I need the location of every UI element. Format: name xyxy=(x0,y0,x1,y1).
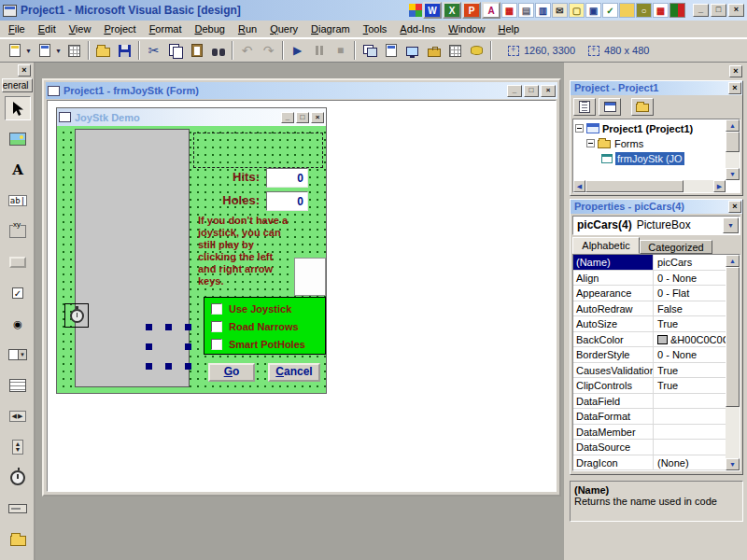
view-object-button[interactable] xyxy=(599,98,621,116)
tool-combobox[interactable] xyxy=(5,343,31,367)
start-icon[interactable]: ▶ xyxy=(287,40,308,61)
property-name[interactable]: Appearance xyxy=(573,286,654,301)
object-browser-icon[interactable] xyxy=(423,40,444,61)
property-name[interactable]: CausesValidation xyxy=(573,363,654,378)
road-narrows-checkbox-row[interactable]: Road Narrows xyxy=(211,320,299,333)
view-code-button[interactable] xyxy=(573,98,596,116)
joystk-form-titlebar[interactable]: JoyStk Demo _ □ × xyxy=(57,108,326,126)
designer-maximize-button[interactable]: □ xyxy=(524,85,539,97)
contacts-icon[interactable]: ▤ xyxy=(518,3,534,18)
property-name[interactable]: AutoRedraw xyxy=(573,301,654,316)
collapse-icon[interactable] xyxy=(586,139,595,147)
property-row[interactable]: AutoSize True xyxy=(573,316,740,332)
menu-window[interactable]: Window xyxy=(442,21,491,36)
tab-categorized[interactable]: Categorized xyxy=(640,240,712,254)
property-row[interactable]: Align 0 - None xyxy=(573,271,740,287)
folder-icon[interactable] xyxy=(619,3,635,18)
toggle-folders-button[interactable] xyxy=(631,98,654,116)
property-row[interactable]: Appearance 0 - Flat xyxy=(573,286,740,301)
dock-close-icon[interactable]: × xyxy=(729,65,742,77)
menu-debug[interactable]: Debug xyxy=(188,21,231,36)
undo-icon[interactable]: ↶ xyxy=(236,40,258,61)
selection-handle[interactable] xyxy=(185,324,191,330)
tool-vscrollbar[interactable]: ▲▼ xyxy=(5,435,31,459)
project-explorer-icon[interactable] xyxy=(359,40,380,61)
toolbox-close-icon[interactable]: × xyxy=(18,64,31,77)
menu-diagram[interactable]: Diagram xyxy=(304,21,357,36)
road-picturebox-control[interactable] xyxy=(75,129,190,387)
scroll-up-icon[interactable]: ▲ xyxy=(726,119,740,132)
menu-editor-icon[interactable] xyxy=(63,40,85,61)
joystk-form[interactable]: JoyStk Demo _ □ × xyxy=(56,107,327,394)
property-row[interactable]: DataSource xyxy=(573,440,740,455)
small-picturebox-control[interactable] xyxy=(294,258,326,296)
scroll-down-icon[interactable]: ▼ xyxy=(726,168,740,180)
add-form-icon[interactable] xyxy=(34,40,55,61)
access-icon[interactable]: A xyxy=(482,2,500,19)
go-button[interactable]: Go xyxy=(208,363,255,382)
properties-vertical-scrollbar[interactable]: ▲ ▼ xyxy=(726,255,740,470)
property-row[interactable]: DragIcon (None) xyxy=(573,455,740,471)
copy-icon[interactable] xyxy=(164,40,186,61)
find-icon[interactable] xyxy=(207,40,229,61)
property-row[interactable]: BackColor &H00C0C0C xyxy=(573,332,740,348)
tool-picturebox[interactable] xyxy=(5,127,31,151)
add-project-icon[interactable] xyxy=(4,40,25,61)
grid-icon[interactable]: ▦ xyxy=(653,3,669,18)
add-form-dropdown-icon[interactable]: ▼ xyxy=(55,48,63,54)
tool-label[interactable]: A xyxy=(5,158,31,182)
powerpoint-icon[interactable]: P xyxy=(462,2,481,19)
scrollbar-thumb[interactable] xyxy=(726,267,740,407)
properties-panel-close-icon[interactable]: × xyxy=(728,201,741,213)
redo-icon[interactable]: ↷ xyxy=(258,40,279,61)
property-name[interactable]: DataSource xyxy=(573,440,654,455)
designer-minimize-button[interactable]: _ xyxy=(507,85,522,97)
selection-handle[interactable] xyxy=(185,343,191,350)
designer-titlebar[interactable]: Project1 - frmJoyStk (Form) _ □ × xyxy=(46,82,557,99)
end-icon[interactable]: ■ xyxy=(330,40,351,61)
tool-hscrollbar[interactable]: ◀▶ xyxy=(5,404,31,428)
form-close-button[interactable]: × xyxy=(311,112,324,123)
menu-view[interactable]: View xyxy=(63,21,98,36)
word-icon[interactable]: W xyxy=(423,2,442,19)
add-project-dropdown-icon[interactable]: ▼ xyxy=(25,48,34,54)
menu-tools[interactable]: Tools xyxy=(357,21,394,36)
selection-handle[interactable] xyxy=(146,324,152,330)
tree-horizontal-scrollbar[interactable]: ◀ ▶ xyxy=(573,180,726,192)
toolbox-tab-general[interactable]: General xyxy=(2,78,33,92)
property-name[interactable]: AutoSize xyxy=(573,316,654,331)
collapse-icon[interactable] xyxy=(575,124,584,133)
property-name[interactable]: DataMember xyxy=(573,425,654,440)
use-joystick-checkbox-row[interactable]: Use Joystick xyxy=(211,302,291,315)
selection-handle[interactable] xyxy=(165,324,172,330)
scrollbar-thumb[interactable] xyxy=(726,132,740,152)
tree-item-frmjoystk[interactable]: frmJoyStk (JO xyxy=(601,151,684,165)
property-row[interactable]: DataMember xyxy=(573,425,740,441)
minimize-button[interactable]: _ xyxy=(693,4,709,17)
menu-run[interactable]: Run xyxy=(232,21,263,36)
property-row[interactable]: AutoRedraw False xyxy=(573,301,740,317)
properties-window-icon[interactable] xyxy=(380,40,402,61)
tool-pointer[interactable] xyxy=(5,96,31,120)
scroll-up-icon[interactable]: ▲ xyxy=(726,255,740,267)
project-panel-title[interactable]: Project - Project1 xyxy=(571,81,742,95)
tree-item-project1[interactable]: Project1 (Project1) xyxy=(575,121,693,135)
break-icon[interactable] xyxy=(308,40,330,61)
tool-textbox[interactable]: ab| xyxy=(5,189,31,213)
menu-format[interactable]: Format xyxy=(143,21,189,36)
form-maximize-button[interactable]: □ xyxy=(296,112,309,123)
tool-timer[interactable] xyxy=(5,466,31,490)
project-panel-close-icon[interactable]: × xyxy=(728,82,741,94)
property-name[interactable]: (Name) xyxy=(573,255,654,270)
property-row[interactable]: (Name) picCars xyxy=(573,255,740,271)
checkbox-icon[interactable] xyxy=(211,303,222,315)
tab-alphabetic[interactable]: Alphabetic xyxy=(572,237,640,254)
tree-vertical-scrollbar[interactable]: ▲ ▼ xyxy=(726,119,740,180)
schedule-icon[interactable]: ▦ xyxy=(501,3,517,18)
form-layout-icon[interactable] xyxy=(402,40,423,61)
scroll-down-icon[interactable]: ▼ xyxy=(726,458,740,470)
tool-dirlistbox[interactable] xyxy=(5,527,31,552)
property-name[interactable]: DataFormat xyxy=(573,409,654,424)
open-project-icon[interactable] xyxy=(92,40,114,61)
checkbox-icon[interactable] xyxy=(211,321,222,332)
